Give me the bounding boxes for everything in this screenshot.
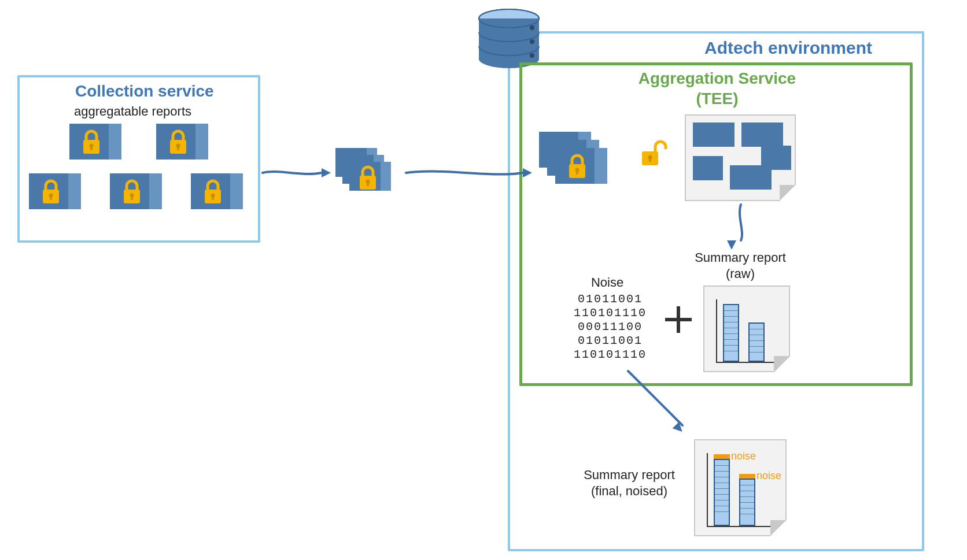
diagram-canvas: Adtech environment Aggregation Service (…	[0, 0, 967, 560]
summary-final-doc: noise noise	[694, 439, 787, 536]
locked-report-icon	[156, 124, 208, 160]
locked-report-icon	[29, 173, 81, 209]
lock-icon	[202, 179, 223, 206]
unlock-icon	[640, 141, 674, 176]
lock-icon	[168, 129, 189, 156]
lock-icon	[121, 179, 142, 206]
noise-label: Noise	[567, 275, 648, 290]
aggregatable-reports-label: aggregatable reports	[74, 104, 191, 119]
adtech-title: Adtech environment	[704, 38, 872, 58]
summary-raw-doc	[703, 285, 790, 372]
svg-point-6	[530, 53, 534, 58]
summary-final-label: Summary report (final, noised)	[571, 467, 687, 499]
arrow-icon	[405, 164, 532, 181]
noise-binary: 01011001 110101110 00011100 01011001 110…	[567, 292, 654, 362]
decrypted-data-doc	[685, 114, 796, 201]
lock-icon	[357, 165, 378, 192]
lock-icon	[81, 129, 102, 156]
summary-raw-label: Summary report (raw)	[682, 250, 798, 281]
lock-icon	[567, 154, 588, 180]
locked-report-icon	[110, 173, 162, 209]
lock-icon	[40, 179, 61, 206]
aggregation-title: Aggregation Service (TEE)	[607, 68, 827, 109]
arrow-down-icon	[732, 203, 750, 250]
arrow-diagonal-icon	[625, 368, 694, 437]
report-stack-icon	[335, 148, 399, 194]
plus-icon	[665, 306, 692, 333]
svg-point-4	[530, 25, 534, 30]
noise-cap-label: noise	[731, 450, 756, 462]
report-stack-icon	[539, 132, 614, 190]
noise-cap-label: noise	[756, 470, 781, 482]
locked-report-icon	[69, 124, 121, 160]
collection-title: Collection service	[75, 82, 214, 101]
svg-point-5	[530, 39, 534, 44]
arrow-icon	[261, 164, 331, 181]
locked-report-icon	[191, 173, 243, 209]
